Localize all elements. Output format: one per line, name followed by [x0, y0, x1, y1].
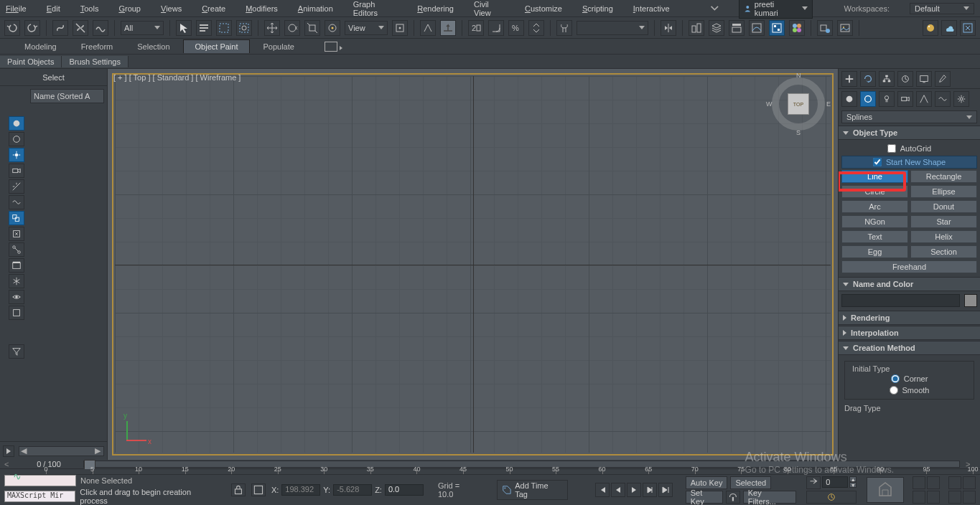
- cat-systems-icon[interactable]: [953, 91, 969, 107]
- loop-mode-icon[interactable]: [806, 476, 821, 489]
- filter-bone-icon[interactable]: [9, 242, 24, 257]
- selection-lock-icon[interactable]: [231, 483, 246, 496]
- orbit-view-button[interactable]: [913, 491, 925, 504]
- tab-display-icon[interactable]: [916, 71, 932, 87]
- key-filters-icon[interactable]: [726, 491, 740, 504]
- render-button[interactable]: [923, 20, 938, 36]
- initial-corner-radio[interactable]: Corner: [849, 373, 969, 384]
- sub-paint-objects[interactable]: Paint Objects: [0, 56, 62, 67]
- menu-modifiers[interactable]: MModifiersodifiers: [246, 4, 278, 13]
- menu-graph[interactable]: Graph Editors: [353, 0, 397, 17]
- menu-scripting[interactable]: SScriptingcripting: [582, 4, 613, 13]
- menu-views[interactable]: VViewsiews: [161, 4, 182, 13]
- sub-brush-settings[interactable]: Brush Settings: [62, 56, 129, 67]
- time-slider[interactable]: [83, 461, 960, 468]
- tab-freeform[interactable]: Freeform: [70, 40, 125, 53]
- region-rect-button[interactable]: [216, 20, 232, 36]
- rendered-frame-button[interactable]: [837, 20, 853, 36]
- goto-end-button[interactable]: [658, 483, 673, 497]
- filter-lights-icon[interactable]: [9, 148, 24, 162]
- scene-explorer-hscroll[interactable]: ◀▶: [19, 446, 104, 456]
- y-field[interactable]: -5.628: [333, 484, 372, 496]
- snap-toggle-2d[interactable]: 2: [468, 20, 484, 36]
- layer-explorer-button[interactable]: [709, 20, 724, 36]
- named-sel-combo[interactable]: [577, 21, 648, 35]
- helix-button[interactable]: Helix: [910, 230, 977, 243]
- filter-funnel-icon[interactable]: [9, 344, 24, 359]
- pan-view-button[interactable]: [913, 476, 925, 489]
- menu-edit[interactable]: EEditdit: [47, 4, 60, 13]
- mini-curve-icon[interactable]: ∿: [13, 471, 22, 482]
- star-button[interactable]: Star: [910, 215, 977, 228]
- scene-explorer-expand[interactable]: [3, 445, 14, 457]
- viewport[interactable]: [ + ] [ Top ] [ Standard ] [ Wireframe ]…: [108, 69, 838, 460]
- subcategory-combo[interactable]: Splines: [841, 110, 977, 123]
- filter-shapes-icon[interactable]: [9, 132, 24, 146]
- initial-smooth-radio[interactable]: Smooth: [849, 384, 969, 396]
- play-button[interactable]: [627, 483, 641, 497]
- current-frame[interactable]: 0: [822, 476, 848, 488]
- section-button[interactable]: Section: [910, 245, 977, 258]
- tab-hierarchy-icon[interactable]: [879, 71, 895, 87]
- toggle-ribbon-button[interactable]: [729, 20, 745, 36]
- mirror-button[interactable]: [661, 20, 676, 36]
- rollout-rendering[interactable]: Rendering: [839, 311, 980, 325]
- filter-geometry-icon[interactable]: [9, 116, 24, 131]
- rectangle-button[interactable]: Rectangle: [910, 170, 977, 183]
- undo-button[interactable]: [4, 20, 20, 36]
- render-in-cloud-button[interactable]: [941, 20, 957, 36]
- filter-cameras-icon[interactable]: [9, 164, 24, 178]
- rotate-button[interactable]: [284, 20, 300, 36]
- menu-customize[interactable]: CCustomizeustomize: [525, 4, 562, 13]
- ribbon-minimize-icon[interactable]: [325, 42, 337, 52]
- menu-create[interactable]: CCreatereate: [202, 4, 225, 13]
- bind-space-button[interactable]: [93, 20, 108, 36]
- scale-button[interactable]: [304, 20, 320, 36]
- schematic-view-button[interactable]: [769, 20, 785, 36]
- named-selection[interactable]: [556, 20, 572, 36]
- text-button[interactable]: Text: [841, 230, 908, 243]
- percent-snap-button[interactable]: %: [508, 20, 524, 36]
- x-field[interactable]: 198.392: [281, 484, 320, 496]
- keyboard-shortcut-toggle[interactable]: [440, 20, 456, 36]
- next-frame-button[interactable]: [643, 483, 657, 497]
- add-time-tag[interactable]: Add Time Tag: [497, 480, 567, 500]
- zoom-region-button[interactable]: [948, 491, 961, 504]
- rollout-name-and-color[interactable]: Name and Color: [839, 277, 980, 291]
- open-autodesk-button[interactable]: [960, 20, 976, 36]
- auto-key-button[interactable]: Auto Key: [686, 476, 728, 489]
- arc-button[interactable]: Arc: [841, 200, 908, 213]
- rollout-object-type[interactable]: Object Type: [839, 126, 980, 140]
- tab-object-paint[interactable]: Object Paint: [183, 39, 251, 53]
- cat-spacewarps-icon[interactable]: [935, 91, 951, 107]
- viewcube[interactable]: TOP N S E W: [766, 72, 831, 136]
- key-mode-selected[interactable]: Selected: [730, 476, 771, 489]
- zoom-extents-button[interactable]: [963, 476, 976, 489]
- filter-all-off-icon[interactable]: [9, 306, 24, 320]
- name-column-header[interactable]: Name (Sorted A: [30, 89, 104, 103]
- cat-helpers-icon[interactable]: [916, 91, 932, 107]
- menu-animation[interactable]: AAnimationnimation: [298, 4, 333, 13]
- menu-file[interactable]: Fileile: [6, 4, 27, 13]
- adaptive-degradation-icon[interactable]: [251, 483, 266, 496]
- egg-button[interactable]: Egg: [841, 245, 908, 258]
- menu-group[interactable]: GGrouproup: [118, 4, 141, 13]
- object-color-swatch[interactable]: [964, 294, 977, 307]
- time-slider-start-icon[interactable]: <: [4, 460, 14, 468]
- workspace-select[interactable]: Default: [910, 3, 974, 14]
- render-setup-button[interactable]: [817, 20, 833, 36]
- tab-motion-icon[interactable]: [897, 71, 913, 87]
- redo-button[interactable]: [24, 20, 40, 36]
- overflow-icon[interactable]: [710, 4, 719, 14]
- tab-populate[interactable]: Populate: [251, 40, 305, 53]
- move-button[interactable]: [264, 20, 280, 36]
- signed-in-user[interactable]: preeti kumari: [739, 0, 812, 19]
- key-filters-button[interactable]: Key Filters...: [743, 491, 797, 504]
- manipulate-button[interactable]: [420, 20, 436, 36]
- tab-selection[interactable]: Selection: [126, 40, 181, 53]
- time-ruler[interactable]: ∿ 05101520253035404550556065707580859095…: [10, 469, 980, 475]
- placement-button[interactable]: [325, 20, 340, 36]
- rollout-creation-method[interactable]: Creation Method: [839, 341, 980, 355]
- align-button[interactable]: [689, 20, 704, 36]
- selection-filter[interactable]: All: [121, 21, 164, 35]
